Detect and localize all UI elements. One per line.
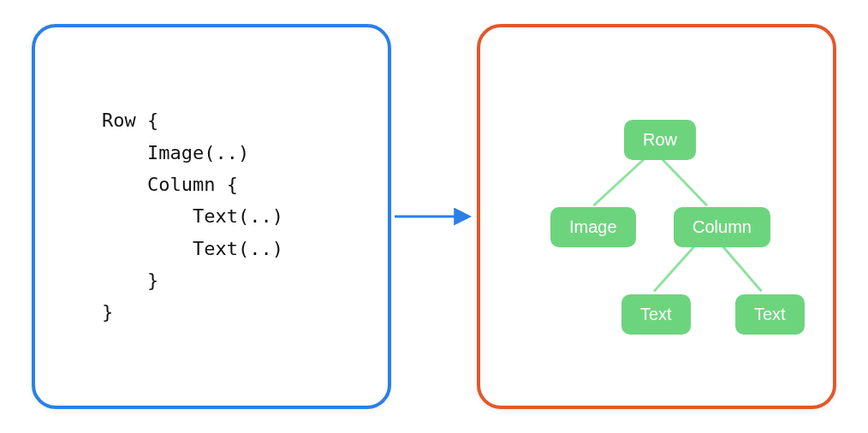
svg-line-1 bbox=[593, 157, 645, 205]
code-line-1: Image(..) bbox=[102, 142, 249, 163]
tree-node-row: Row bbox=[624, 120, 696, 160]
diagram-container: Row { Image(..) Column { Text(..) Text(.… bbox=[32, 24, 836, 409]
arrow-icon bbox=[391, 204, 477, 229]
svg-line-4 bbox=[720, 242, 762, 291]
tree-node-column: Column bbox=[674, 207, 770, 247]
code-line-3: Text(..) bbox=[102, 205, 283, 227]
svg-line-3 bbox=[654, 242, 698, 291]
tree-edges bbox=[480, 27, 833, 406]
tree-node-text-2: Text bbox=[735, 294, 805, 335]
tree-panel: Row Image Column Text Text bbox=[477, 24, 836, 409]
code-panel: Row { Image(..) Column { Text(..) Text(.… bbox=[32, 24, 391, 409]
code-line-0: Row { bbox=[102, 110, 158, 131]
tree-node-text-1: Text bbox=[621, 294, 691, 335]
code-line-5: } bbox=[102, 270, 158, 291]
svg-line-2 bbox=[661, 157, 707, 205]
code-line-6: } bbox=[102, 301, 113, 323]
code-line-4: Text(..) bbox=[102, 238, 283, 259]
code-snippet: Row { Image(..) Column { Text(..) Text(.… bbox=[102, 104, 283, 329]
code-line-2: Column { bbox=[102, 174, 238, 195]
tree-node-image: Image bbox=[550, 207, 636, 247]
